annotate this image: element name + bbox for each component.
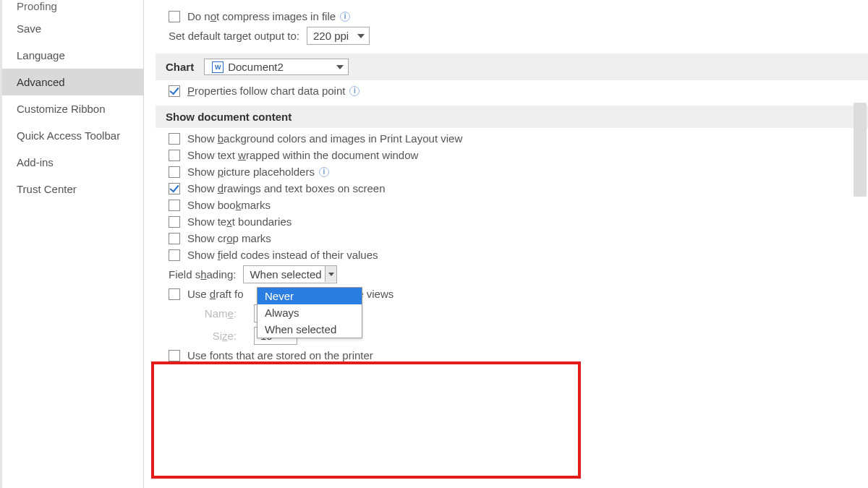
field-shading-dropdown-list[interactable]: Never Always When selected — [257, 287, 362, 338]
options-dialog: Proofing Save Language Advanced Customiz… — [0, 0, 868, 488]
chart-properties-checkbox[interactable] — [169, 85, 180, 97]
show-content-title: Show document content — [166, 111, 292, 123]
printer-fonts-row: Use fonts that are stored on the printer — [156, 349, 868, 361]
sidebar-item-trust-center[interactable]: Trust Center — [2, 176, 143, 202]
sidebar-item-advanced[interactable]: Advanced — [2, 69, 143, 95]
show-picture-checkbox[interactable] — [169, 166, 180, 178]
show-bookmarks-label: Show bookmarks — [187, 199, 271, 211]
show-picture-label: Show picture placeholders — [187, 166, 315, 178]
field-shading-label: Field shading: — [169, 268, 236, 281]
chart-properties-row: Properties follow chart data point i — [156, 85, 868, 97]
target-output-dropdown[interactable]: 220 ppi — [307, 27, 370, 45]
draft-font-checkbox[interactable] — [169, 288, 180, 300]
compress-images-checkbox[interactable] — [169, 11, 180, 22]
target-output-label: Set default target output to: — [169, 30, 299, 42]
field-shading-option-when-selected[interactable]: When selected — [258, 321, 362, 338]
sidebar-item-language[interactable]: Language — [2, 42, 143, 69]
sidebar-item-save[interactable]: Save — [2, 15, 143, 42]
chevron-down-icon — [336, 65, 344, 69]
field-shading-option-always[interactable]: Always — [258, 304, 362, 321]
chevron-down-icon — [328, 273, 334, 276]
chart-properties-label: Properties follow chart data point — [187, 85, 345, 97]
field-shading-dropdown[interactable]: When selected — [243, 265, 337, 283]
show-wrapped-checkbox[interactable] — [169, 150, 180, 161]
sidebar-item-customize-ribbon[interactable]: Customize Ribbon — [2, 95, 143, 122]
show-boundaries-row: Show text boundaries — [156, 215, 868, 228]
show-drawings-label: Show drawings and text boxes on screen — [187, 182, 386, 194]
chart-document-dropdown[interactable]: W Document2 — [204, 59, 349, 75]
printer-fonts-checkbox[interactable] — [169, 350, 180, 361]
show-crop-checkbox[interactable] — [169, 233, 180, 244]
sidebar-item-add-ins[interactable]: Add-ins — [2, 149, 143, 176]
show-fieldcodes-checkbox[interactable] — [169, 249, 180, 261]
show-bookmarks-row: Show bookmarks — [156, 199, 868, 211]
show-drawings-row: Show drawings and text boxes on screen — [156, 182, 868, 194]
draft-font-label-prefix: Use draft fo — [187, 288, 244, 300]
sidebar-item-proofing[interactable]: Proofing — [2, 0, 143, 15]
show-picture-row: Show picture placeholders i — [156, 166, 868, 178]
field-shading-row: Field shading: When selected Never Alway… — [156, 265, 868, 283]
field-shading-option-never[interactable]: Never — [258, 288, 362, 304]
info-icon[interactable]: i — [340, 12, 350, 22]
chart-section-header: Chart W Document2 — [156, 53, 868, 80]
dropdown-button[interactable] — [325, 266, 336, 282]
info-icon[interactable]: i — [319, 167, 329, 177]
draft-size-label: Size: — [193, 330, 237, 342]
show-boundaries-label: Show text boundaries — [187, 215, 292, 228]
show-bookmarks-checkbox[interactable] — [169, 200, 180, 211]
show-fieldcodes-label: Show field codes instead of their values — [187, 249, 378, 261]
show-background-row: Show background colors and images in Pri… — [156, 132, 868, 145]
chevron-down-icon — [357, 34, 365, 38]
field-shading-value: When selected — [250, 268, 321, 281]
info-icon[interactable]: i — [349, 86, 359, 96]
sidebar-item-quick-access-toolbar[interactable]: Quick Access Toolbar — [2, 122, 143, 149]
compress-images-row: Do not compress images in file i — [156, 10, 868, 22]
show-fieldcodes-row: Show field codes instead of their values — [156, 249, 868, 261]
show-crop-label: Show crop marks — [187, 232, 271, 244]
show-crop-row: Show crop marks — [156, 232, 868, 244]
target-output-value: 220 ppi — [313, 30, 349, 42]
show-content-section-header: Show document content — [156, 106, 868, 128]
show-wrapped-row: Show text wrapped within the document wi… — [156, 149, 868, 161]
scrollbar-thumb[interactable] — [854, 103, 867, 197]
show-background-checkbox[interactable] — [169, 133, 180, 145]
target-output-row: Set default target output to: 220 ppi — [156, 27, 868, 45]
show-background-label: Show background colors and images in Pri… — [187, 132, 462, 145]
content-pane: Do not compress images in file i Set def… — [144, 0, 868, 488]
show-wrapped-label: Show text wrapped within the document wi… — [187, 149, 418, 161]
printer-fonts-label: Use fonts that are stored on the printer — [187, 349, 373, 361]
draft-name-label: Name: — [193, 307, 237, 320]
compress-images-label: Do not compress images in file — [187, 10, 336, 22]
sidebar-nav: Proofing Save Language Advanced Customiz… — [2, 0, 144, 488]
chart-section-title: Chart — [166, 61, 194, 73]
word-doc-icon: W — [212, 61, 224, 73]
highlight-annotation — [151, 361, 581, 479]
show-boundaries-checkbox[interactable] — [169, 216, 180, 228]
chart-document-value: Document2 — [228, 61, 284, 73]
show-drawings-checkbox[interactable] — [169, 183, 180, 194]
